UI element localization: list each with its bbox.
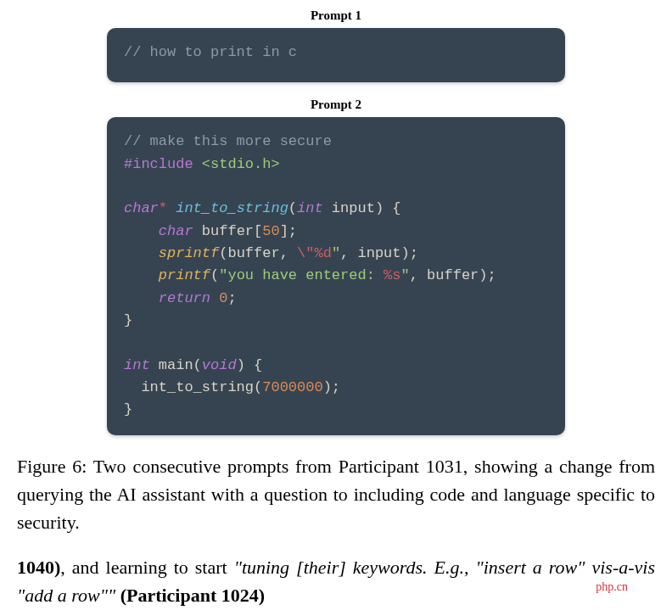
code-funcname: int_to_string [167, 200, 288, 216]
code-string: " [400, 267, 409, 283]
code-punct: ( [288, 200, 297, 216]
code-line: int_to_string(7000000); [124, 377, 548, 399]
participant-ref: 1040) [17, 557, 60, 578]
code-indent [124, 245, 159, 261]
code-block-prompt-2: // make this more secure #include <stdio… [107, 117, 565, 434]
code-call: printf [159, 267, 210, 283]
code-escape: \" [297, 245, 314, 261]
code-blank-line [124, 332, 548, 354]
code-line: printf("you have entered: %s", buffer); [124, 265, 548, 287]
code-punct: ( [210, 267, 219, 283]
code-indent [124, 267, 159, 283]
code-funcname: main( [150, 357, 202, 373]
code-type: char [159, 223, 193, 239]
code-string: <stdio.h> [202, 156, 280, 172]
code-line: } [124, 399, 548, 421]
code-line: // make this more secure [124, 131, 548, 153]
code-comment: // how to print in c [124, 44, 297, 60]
code-line: #include <stdio.h> [124, 154, 548, 176]
code-punct: (buffer, [219, 245, 297, 261]
code-string: " [332, 245, 340, 261]
code-punct: , buffer); [410, 267, 496, 283]
code-indent [124, 290, 159, 306]
code-indent [124, 223, 159, 239]
code-brace: } [124, 401, 132, 417]
code-star: * [159, 200, 167, 216]
code-fmt: %s [384, 267, 400, 283]
code-num: 50 [262, 223, 279, 239]
code-brace: } [124, 312, 132, 328]
code-preproc: #include [124, 156, 202, 172]
code-fmt: %d [314, 245, 331, 261]
participant-ref: (Participant 1024) [120, 585, 265, 606]
code-indent [124, 379, 141, 395]
code-line: return 0; [124, 288, 548, 310]
body-paragraph: 1040), and learning to start "tuning [th… [17, 553, 655, 609]
code-blank-line [124, 176, 548, 198]
code-punct: , input); [340, 245, 418, 261]
body-text-span: , and learning to start [60, 557, 233, 578]
code-punct: ]; [280, 223, 297, 239]
code-type: void [202, 357, 237, 373]
code-line: } [124, 310, 548, 332]
code-line: char* int_to_string(int input) { [124, 198, 548, 220]
code-comment: // make this more secure [124, 133, 332, 149]
code-var: buffer[ [193, 223, 263, 239]
code-punct: ( [254, 379, 262, 395]
code-keyword: return [159, 290, 219, 306]
code-call: int_to_string [141, 379, 254, 395]
code-punct: ) { [237, 357, 263, 373]
code-type: int [124, 357, 150, 373]
prompt-2-label: Prompt 2 [17, 98, 655, 112]
code-punct: ); [323, 379, 340, 395]
code-type: int [297, 200, 323, 216]
code-line: int main(void) { [124, 355, 548, 377]
code-line: sprintf(buffer, \"%d", input); [124, 243, 548, 265]
code-string: "you have entered: [219, 267, 384, 283]
code-line: // how to print in c [124, 42, 548, 64]
code-num: 0 [219, 290, 227, 306]
code-param: input [323, 200, 375, 216]
code-line: char buffer[50]; [124, 221, 548, 243]
code-call: sprintf [159, 245, 219, 261]
figure-caption: Figure 6: Two consecutive prompts from P… [17, 452, 655, 536]
code-punct: ; [227, 290, 236, 306]
code-punct: ) { [375, 200, 401, 216]
prompt-1-label: Prompt 1 [17, 8, 655, 23]
code-type: char [124, 200, 159, 216]
watermark: php.cn [592, 579, 631, 596]
code-block-prompt-1: // how to print in c [107, 28, 565, 82]
code-num: 7000000 [262, 379, 322, 395]
